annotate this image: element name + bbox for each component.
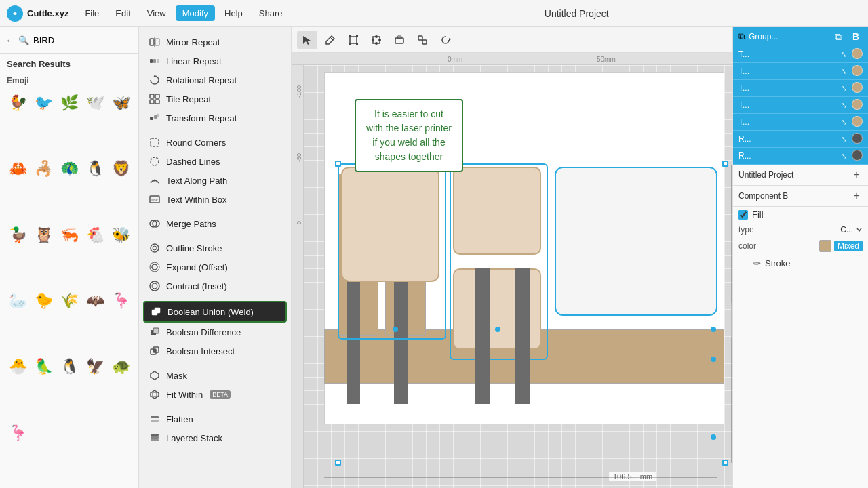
search-back-button[interactable]: ←: [5, 33, 14, 47]
layer-resize-icon[interactable]: ⤡: [837, 150, 850, 162]
list-item[interactable]: 🦅: [83, 354, 107, 379]
modify-item-rotational-repeat[interactable]: Rotational Repeat: [139, 70, 291, 89]
svg-rect-43: [349, 35, 351, 37]
modify-item-label: Mirror Repeat: [166, 37, 220, 47]
list-item[interactable]: 🐢: [108, 354, 133, 379]
svg-text:abc: abc: [151, 198, 158, 202]
modify-item-flatten[interactable]: Flatten: [139, 409, 291, 428]
menu-help[interactable]: Help: [218, 5, 250, 21]
menu-share[interactable]: Share: [252, 5, 290, 21]
modify-item-merge-paths[interactable]: Merge Paths: [139, 214, 291, 233]
category-label: Emoji: [0, 72, 138, 88]
list-item[interactable]: 🐤: [31, 289, 56, 313]
list-item[interactable]: 🌿: [57, 91, 81, 115]
list-item[interactable]: 🐧: [57, 354, 81, 379]
modify-item-label: Layered Stack: [166, 433, 222, 443]
canvas-content[interactable]: It is easier to cut with the laser print…: [304, 65, 732, 488]
shape-dark-v3[interactable]: [475, 268, 490, 404]
layer-resize-icon[interactable]: ⤡: [837, 65, 850, 77]
shape-rounded-right[interactable]: [555, 167, 717, 316]
menu-view[interactable]: View: [140, 5, 173, 21]
ruler-label-0mm: 0mm: [448, 56, 462, 63]
layer-resize-icon[interactable]: ⤡: [837, 82, 850, 94]
modify-item-boolean-difference[interactable]: Boolean Difference: [139, 323, 291, 342]
list-item[interactable]: 🦀: [5, 157, 30, 181]
layer-name: T...: [738, 100, 835, 110]
layer-row[interactable]: T... ⤡: [733, 114, 868, 131]
modify-item-layered-stack[interactable]: Layered Stack: [139, 428, 291, 447]
layer-row[interactable]: T... ⤡: [733, 80, 868, 97]
modify-item-round-corners[interactable]: Round Corners: [139, 133, 291, 152]
modify-item-text-within-box[interactable]: abc Text Within Box: [139, 190, 291, 209]
stroke-minus-button[interactable]: —: [738, 258, 749, 268]
modify-item-outline-stroke[interactable]: Outline Stroke: [139, 239, 291, 258]
layers-copy-button[interactable]: ⧉: [831, 30, 845, 43]
fill-checkbox[interactable]: [738, 210, 748, 220]
menu-edit[interactable]: Edit: [108, 5, 137, 21]
list-item[interactable]: 🦩: [108, 289, 133, 313]
list-item[interactable]: 🐣: [5, 354, 30, 379]
list-item[interactable]: 🦜: [31, 354, 56, 379]
layer-resize-icon[interactable]: ⤡: [837, 48, 850, 60]
list-item[interactable]: 🦁: [108, 157, 133, 181]
modify-item-boolean-intersect[interactable]: Boolean Intersect: [139, 342, 291, 361]
list-item[interactable]: 🌾: [57, 289, 81, 313]
modify-item-mirror-repeat[interactable]: Mirror Repeat: [139, 33, 291, 52]
layer-row[interactable]: R... ⤡: [733, 131, 868, 148]
type-row: type C...: [733, 222, 868, 237]
layer-resize-icon[interactable]: ⤡: [837, 116, 850, 128]
canvas-toolbar: [292, 27, 732, 53]
main-layout: ← 🔍 Search Results Emoji 🐓 🐦 🌿 🕊️ 🦋 🦀 🦂 …: [0, 27, 868, 488]
modify-item-linear-repeat[interactable]: Linear Repeat: [139, 52, 291, 70]
modify-item-boolean-union[interactable]: Boolean Union (Weld): [143, 301, 287, 323]
sel-handle-tl: [335, 161, 341, 167]
list-item[interactable]: 🐧: [83, 157, 107, 181]
list-item[interactable]: 🦇: [83, 289, 107, 313]
project-add-button[interactable]: +: [850, 169, 863, 181]
modify-item-fit-within[interactable]: Fit Within BETA: [139, 385, 291, 404]
modify-item-expand-offset[interactable]: Expand (Offset): [139, 258, 291, 277]
list-item[interactable]: 🦚: [57, 157, 81, 181]
list-item[interactable]: 🐔: [83, 223, 107, 247]
search-input[interactable]: [33, 35, 139, 45]
transform-tool-3[interactable]: [389, 30, 410, 49]
component-add-button[interactable]: +: [850, 190, 863, 202]
list-item[interactable]: 🕊️: [83, 91, 107, 115]
modify-item-transform-repeat[interactable]: Transform Repeat: [139, 108, 291, 127]
dashed-lines-icon: [149, 155, 161, 167]
divider: [139, 233, 291, 239]
menu-modify[interactable]: Modify: [176, 5, 215, 21]
list-item[interactable]: 🐓: [5, 91, 30, 115]
modify-item-text-along-path[interactable]: abc Text Along Path: [139, 171, 291, 190]
list-item[interactable]: 🦩: [5, 421, 30, 445]
transform-tool-2[interactable]: [366, 30, 387, 49]
list-item[interactable]: 🐦: [31, 91, 56, 115]
modify-item-tile-repeat[interactable]: Tile Repeat: [139, 89, 291, 108]
layer-row[interactable]: T... ⤡: [733, 97, 868, 114]
modify-item-contract-inset[interactable]: Contract (Inset): [139, 277, 291, 296]
list-item[interactable]: 🦉: [31, 223, 56, 247]
shape-dark-v4[interactable]: [515, 268, 530, 404]
layer-resize-icon[interactable]: ⤡: [837, 99, 850, 111]
list-item[interactable]: 🦂: [31, 157, 56, 181]
layer-row[interactable]: R... ⤡: [733, 148, 868, 165]
list-item[interactable]: 🦢: [5, 289, 30, 313]
list-item[interactable]: 🦆: [5, 223, 30, 247]
modify-item-dashed-lines[interactable]: Dashed Lines: [139, 152, 291, 171]
layer-row[interactable]: T... ⤡: [733, 46, 868, 63]
color-swatch[interactable]: [819, 240, 831, 252]
rotate-tool[interactable]: [435, 30, 456, 49]
transform-tool-4[interactable]: [412, 30, 433, 49]
layer-resize-icon[interactable]: ⤡: [837, 133, 850, 145]
svg-rect-44: [356, 35, 358, 37]
list-item[interactable]: 🦋: [108, 91, 133, 115]
transform-tool-1[interactable]: [343, 30, 363, 49]
pen-tool[interactable]: [320, 30, 340, 49]
menu-file[interactable]: File: [78, 5, 106, 21]
modify-item-mask[interactable]: Mask: [139, 366, 291, 385]
list-item[interactable]: 🐝: [108, 223, 133, 247]
select-tool[interactable]: [297, 30, 317, 49]
layer-row[interactable]: T... ⤡: [733, 63, 868, 80]
layers-add-button[interactable]: B: [849, 30, 863, 43]
list-item[interactable]: 🦐: [57, 223, 81, 247]
